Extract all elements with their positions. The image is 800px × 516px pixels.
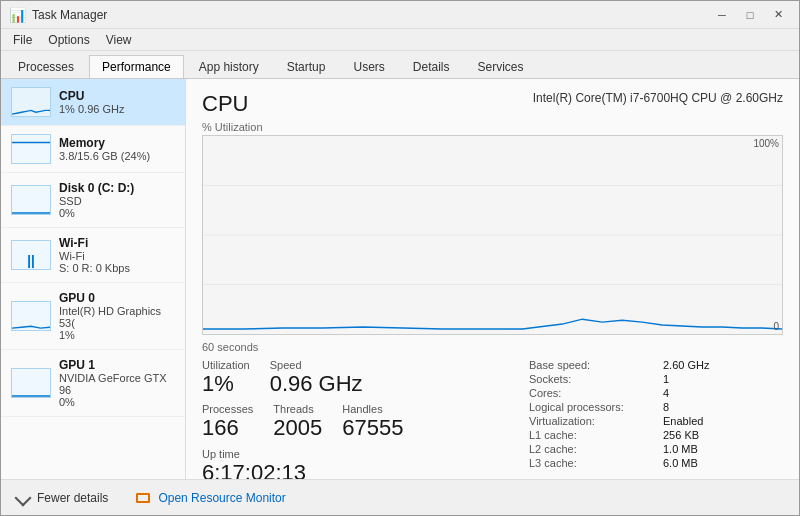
cpu-sub: 1% 0.96 GHz <box>59 103 175 115</box>
cpu-model: Intel(R) Core(TM) i7-6700HQ CPU @ 2.60GH… <box>533 91 783 105</box>
logical-key: Logical processors: <box>529 401 659 413</box>
processes-block: Processes 166 <box>202 403 253 441</box>
sidebar: CPU 1% 0.96 GHz Memory 3.8/15.6 GB (24%) <box>1 79 186 479</box>
speed-block: Speed 0.96 GHz <box>270 359 363 397</box>
menu-options[interactable]: Options <box>40 31 97 49</box>
cpu-info: CPU 1% 0.96 GHz <box>59 89 175 115</box>
svg-rect-2 <box>12 241 50 269</box>
cpu-chart: 100% 0 <box>202 135 783 335</box>
base-speed-val: 2.60 GHz <box>663 359 783 371</box>
threads-value: 2005 <box>273 415 322 441</box>
cpu-mini-graph <box>11 87 51 117</box>
gpu0-mini-graph <box>11 301 51 331</box>
virt-val: Enabled <box>663 415 783 427</box>
specs-grid: Base speed: 2.60 GHz Sockets: 1 Cores: 4… <box>529 359 783 469</box>
l1-key: L1 cache: <box>529 429 659 441</box>
fewer-details-label: Fewer details <box>37 491 108 505</box>
tab-apphistory[interactable]: App history <box>186 55 272 78</box>
wifi-sub: Wi-Fi <box>59 250 175 262</box>
uptime-block: Up time 6:17:02:13 <box>202 448 404 479</box>
gpu1-info: GPU 1 NVIDIA GeForce GTX 96 0% <box>59 358 175 408</box>
l3-key: L3 cache: <box>529 457 659 469</box>
gpu1-sub: NVIDIA GeForce GTX 96 <box>59 372 175 396</box>
logical-val: 8 <box>663 401 783 413</box>
content-area: CPU 1% 0.96 GHz Memory 3.8/15.6 GB (24%) <box>1 79 799 479</box>
gpu0-val: 1% <box>59 329 175 341</box>
wifi-mini-graph <box>11 240 51 270</box>
memory-mini-graph <box>11 134 51 164</box>
utilization-value: 1% <box>202 371 250 397</box>
sidebar-item-cpu[interactable]: CPU 1% 0.96 GHz <box>1 79 185 126</box>
memory-name: Memory <box>59 136 175 150</box>
svg-rect-1 <box>12 186 50 214</box>
gpu1-name: GPU 1 <box>59 358 175 372</box>
stats-combined: Utilization 1% Speed 0.96 GHz Processes … <box>202 359 783 479</box>
tab-startup[interactable]: Startup <box>274 55 339 78</box>
tab-bar: Processes Performance App history Startu… <box>1 51 799 79</box>
disk-val: 0% <box>59 207 175 219</box>
tab-details[interactable]: Details <box>400 55 463 78</box>
disk-sub: SSD <box>59 195 175 207</box>
base-speed-key: Base speed: <box>529 359 659 371</box>
handles-value: 67555 <box>342 415 403 441</box>
cores-val: 4 <box>663 387 783 399</box>
sidebar-item-memory[interactable]: Memory 3.8/15.6 GB (24%) <box>1 126 185 173</box>
wifi-val: S: 0 R: 0 Kbps <box>59 262 175 274</box>
cpu-title: CPU <box>202 91 248 117</box>
menu-bar: File Options View <box>1 29 799 51</box>
fewer-details-button[interactable]: Fewer details <box>11 487 114 509</box>
speed-label: Speed <box>270 359 363 371</box>
sockets-key: Sockets: <box>529 373 659 385</box>
uptime-value: 6:17:02:13 <box>202 460 404 479</box>
tab-processes[interactable]: Processes <box>5 55 87 78</box>
l3-val: 6.0 MB <box>663 457 783 469</box>
threads-label: Threads <box>273 403 322 415</box>
proc-threads-handles-row: Processes 166 Threads 2005 Handles 67555 <box>202 403 404 441</box>
handles-label: Handles <box>342 403 403 415</box>
menu-file[interactable]: File <box>5 31 40 49</box>
utilization-label: Utilization <box>202 359 250 371</box>
tab-users[interactable]: Users <box>340 55 397 78</box>
open-resource-monitor-label: Open Resource Monitor <box>158 491 285 505</box>
task-manager-window: 📊 Task Manager ─ □ ✕ File Options View P… <box>0 0 800 516</box>
tab-performance[interactable]: Performance <box>89 55 184 78</box>
sidebar-item-gpu0[interactable]: GPU 0 Intel(R) HD Graphics 53( 1% <box>1 283 185 350</box>
window-icon: 📊 <box>9 7 26 23</box>
bottom-bar: Fewer details Open Resource Monitor <box>1 479 799 515</box>
main-panel: CPU Intel(R) Core(TM) i7-6700HQ CPU @ 2.… <box>186 79 799 479</box>
gpu0-info: GPU 0 Intel(R) HD Graphics 53( 1% <box>59 291 175 341</box>
monitor-icon <box>136 493 150 503</box>
maximize-button[interactable]: □ <box>737 4 763 26</box>
l1-val: 256 KB <box>663 429 783 441</box>
wifi-info: Wi-Fi Wi-Fi S: 0 R: 0 Kbps <box>59 236 175 274</box>
cpu-name: CPU <box>59 89 175 103</box>
window-title: Task Manager <box>32 8 107 22</box>
title-bar: 📊 Task Manager ─ □ ✕ <box>1 1 799 29</box>
memory-info: Memory 3.8/15.6 GB (24%) <box>59 136 175 162</box>
minimize-button[interactable]: ─ <box>709 4 735 26</box>
disk-name: Disk 0 (C: D:) <box>59 181 175 195</box>
open-resource-monitor-button[interactable]: Open Resource Monitor <box>130 487 291 509</box>
gpu1-val: 0% <box>59 396 175 408</box>
gpu0-sub: Intel(R) HD Graphics 53( <box>59 305 175 329</box>
virt-key: Virtualization: <box>529 415 659 427</box>
wifi-name: Wi-Fi <box>59 236 175 250</box>
close-button[interactable]: ✕ <box>765 4 791 26</box>
chart-min: 0 <box>773 321 779 332</box>
disk-mini-graph <box>11 185 51 215</box>
chart-label: % Utilization <box>202 121 783 133</box>
util-speed-row: Utilization 1% Speed 0.96 GHz <box>202 359 404 397</box>
processes-value: 166 <box>202 415 253 441</box>
svg-rect-0 <box>12 135 50 163</box>
gpu1-mini-graph <box>11 368 51 398</box>
l2-key: L2 cache: <box>529 443 659 455</box>
speed-value: 0.96 GHz <box>270 371 363 397</box>
title-bar-controls: ─ □ ✕ <box>709 4 791 26</box>
sidebar-item-disk0[interactable]: Disk 0 (C: D:) SSD 0% <box>1 173 185 228</box>
sidebar-item-gpu1[interactable]: GPU 1 NVIDIA GeForce GTX 96 0% <box>1 350 185 417</box>
tab-services[interactable]: Services <box>465 55 537 78</box>
sidebar-item-wifi[interactable]: Wi-Fi Wi-Fi S: 0 R: 0 Kbps <box>1 228 185 283</box>
uptime-label: Up time <box>202 448 404 460</box>
cores-key: Cores: <box>529 387 659 399</box>
menu-view[interactable]: View <box>98 31 140 49</box>
